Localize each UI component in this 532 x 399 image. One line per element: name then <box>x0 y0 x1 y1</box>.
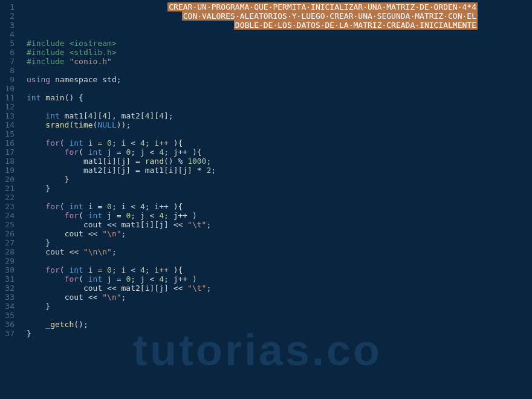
comment-text: CON·VALORES·ALEATORIOS·Y·LUEGO·CREAR·UNA… <box>182 11 478 21</box>
line-number: 35 <box>0 311 15 320</box>
code-line: DOBLE·DE·LOS·DATOS·DE·LA·MATRIZ·CREADA·I… <box>27 21 532 30</box>
code-line: #include <iostream> <box>27 39 532 48</box>
line-number: 17 <box>0 148 15 157</box>
line-number: 36 <box>0 320 15 329</box>
code-line: srand(time(NULL)); <box>27 120 532 129</box>
code-line <box>27 311 532 320</box>
code-line: #include "conio.h" <box>27 57 532 66</box>
line-number: 13 <box>0 111 15 120</box>
line-number: 12 <box>0 102 15 111</box>
code-line: cout << "\n"; <box>27 293 532 302</box>
code-line: mat2[i][j] = mat1[i][j] * 2; <box>27 166 532 175</box>
line-number: 7 <box>0 57 15 66</box>
code-line: for( int j = 0; j < 4; j++ ){ <box>27 148 532 157</box>
code-line: int mat1[4][4], mat2[4][4]; <box>27 111 532 120</box>
code-line: cout << mat1[i][j] << "\t"; <box>27 220 532 229</box>
line-number-gutter: 1234567891011121314151617181920212223242… <box>0 0 19 399</box>
code-line: cout << "\n"; <box>27 229 532 238</box>
code-line: } <box>27 329 532 338</box>
line-number: 23 <box>0 202 15 211</box>
code-line <box>27 102 532 111</box>
line-number: 26 <box>0 229 15 238</box>
line-number: 37 <box>0 329 15 338</box>
code-line: } <box>27 302 532 311</box>
code-line: mat1[i][j] = rand() % 1000; <box>27 157 532 166</box>
line-number: 31 <box>0 274 15 284</box>
line-number: 4 <box>0 30 15 39</box>
line-number: 25 <box>0 220 15 229</box>
code-line: for( int j = 0; j < 4; j++ ) <box>27 274 532 284</box>
comment-text: DOBLE·DE·LOS·DATOS·DE·LA·MATRIZ·CREADA·I… <box>234 21 478 30</box>
code-editor: 1234567891011121314151617181920212223242… <box>0 0 532 399</box>
line-number: 9 <box>0 75 15 84</box>
code-line: for( int j = 0; j < 4; j++ ) <box>27 211 532 220</box>
line-number: 28 <box>0 247 15 256</box>
comment-text: CREAR·UN·PROGRAMA·QUE·PERMITA·INICIALIZA… <box>167 2 478 11</box>
code-line <box>27 66 532 75</box>
line-number: 18 <box>0 157 15 166</box>
code-line <box>27 256 532 265</box>
line-number: 20 <box>0 175 15 184</box>
line-number: 27 <box>0 238 15 247</box>
line-number: 10 <box>0 84 15 93</box>
code-line: for( int i = 0; i < 4; i++ ){ <box>27 138 532 148</box>
code-line: } <box>27 238 532 247</box>
code-line: _getch(); <box>27 320 532 329</box>
line-number: 11 <box>0 93 15 102</box>
line-number: 16 <box>0 138 15 148</box>
code-line: int main() { <box>27 93 532 102</box>
code-line: cout << "\n\n"; <box>27 247 532 256</box>
code-line <box>27 129 532 138</box>
code-line: CREAR·UN·PROGRAMA·QUE·PERMITA·INICIALIZA… <box>27 2 532 11</box>
line-number: 14 <box>0 120 15 129</box>
code-line: CON·VALORES·ALEATORIOS·Y·LUEGO·CREAR·UNA… <box>27 11 532 21</box>
line-number: 34 <box>0 302 15 311</box>
line-number: 33 <box>0 293 15 302</box>
line-number: 22 <box>0 193 15 202</box>
code-line: } <box>27 175 532 184</box>
line-number: 30 <box>0 265 15 274</box>
line-number: 3 <box>0 21 15 30</box>
code-line: } <box>27 184 532 193</box>
line-number: 19 <box>0 166 15 175</box>
code-line: for( int i = 0; i < 4; i++ ){ <box>27 265 532 274</box>
line-number: 8 <box>0 66 15 75</box>
code-line <box>27 84 532 93</box>
line-number: 21 <box>0 184 15 193</box>
line-number: 15 <box>0 129 15 138</box>
code-line: for( int i = 0; i < 4; i++ ){ <box>27 202 532 211</box>
line-number: 32 <box>0 284 15 293</box>
line-number: 5 <box>0 39 15 48</box>
line-number: 1 <box>0 2 15 11</box>
line-number: 24 <box>0 211 15 220</box>
code-line <box>27 30 532 39</box>
code-line <box>27 193 532 202</box>
code-line: using namespace std; <box>27 75 532 84</box>
code-area[interactable]: CREAR·UN·PROGRAMA·QUE·PERMITA·INICIALIZA… <box>19 0 532 399</box>
line-number: 2 <box>0 11 15 21</box>
code-line: #include <stdlib.h> <box>27 48 532 57</box>
line-number: 29 <box>0 256 15 265</box>
line-number: 6 <box>0 48 15 57</box>
code-line: cout << mat2[i][j] << "\t"; <box>27 284 532 293</box>
